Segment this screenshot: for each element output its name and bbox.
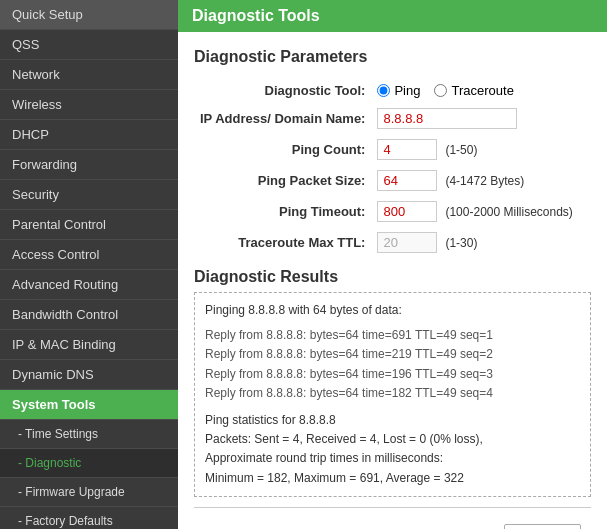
stat-line: Minimum = 182, Maximum = 691, Average = … (205, 469, 580, 488)
sidebar-item-firmware-upgrade[interactable]: - Firmware Upgrade (0, 478, 178, 507)
start-button[interactable]: Start (504, 524, 581, 529)
ping-count-row: Ping Count: (1-50) (194, 134, 591, 165)
ping-timeout-label: Ping Timeout: (194, 196, 371, 227)
ping-timeout-row: Ping Timeout: (100-2000 Milliseconds) (194, 196, 591, 227)
ping-radio[interactable] (377, 84, 390, 97)
sidebar-item-network[interactable]: Network (0, 60, 178, 90)
main-content: Diagnostic Tools Diagnostic Parameters D… (178, 0, 607, 529)
ping-count-hint: (1-50) (445, 143, 477, 157)
stat-line: Ping statistics for 8.8.8.8 (205, 411, 580, 430)
ping-packet-size-row: Ping Packet Size: (4-1472 Bytes) (194, 165, 591, 196)
sidebar-item-dhcp[interactable]: DHCP (0, 120, 178, 150)
divider (194, 507, 591, 508)
traceroute-ttl-hint: (1-30) (445, 236, 477, 250)
traceroute-ttl-row: Traceroute Max TTL: (1-30) (194, 227, 591, 258)
ping-radio-label[interactable]: Ping (377, 83, 420, 98)
ip-address-label: IP Address/ Domain Name: (194, 103, 371, 134)
sidebar-item-bandwidth-control[interactable]: Bandwidth Control (0, 300, 178, 330)
ping-count-input[interactable] (377, 139, 437, 160)
reply-line: Reply from 8.8.8.8: bytes=64 time=691 TT… (205, 326, 580, 345)
ping-label: Ping (394, 83, 420, 98)
sidebar-item-dynamic-dns[interactable]: Dynamic DNS (0, 360, 178, 390)
traceroute-ttl-cell: (1-30) (377, 232, 585, 253)
page-title: Diagnostic Tools (178, 0, 607, 32)
sidebar: Quick SetupQSSNetworkWirelessDHCPForward… (0, 0, 178, 529)
sidebar-item-ip-mac-binding[interactable]: IP & MAC Binding (0, 330, 178, 360)
ping-packet-size-label: Ping Packet Size: (194, 165, 371, 196)
ip-address-row: IP Address/ Domain Name: (194, 103, 591, 134)
sidebar-item-qss[interactable]: QSS (0, 30, 178, 60)
ping-packet-size-hint: (4-1472 Bytes) (445, 174, 524, 188)
replies-container: Reply from 8.8.8.8: bytes=64 time=691 TT… (205, 326, 580, 403)
ping-packet-size-input[interactable] (377, 170, 437, 191)
ping-timeout-hint: (100-2000 Milliseconds) (445, 205, 572, 219)
sidebar-item-quick-setup[interactable]: Quick Setup (0, 0, 178, 30)
stat-line: Approximate round trip times in millisec… (205, 449, 580, 468)
sidebar-item-diagnostic[interactable]: - Diagnostic (0, 449, 178, 478)
start-row: Start (194, 518, 591, 529)
stat-line: Packets: Sent = 4, Received = 4, Lost = … (205, 430, 580, 449)
reply-line: Reply from 8.8.8.8: bytes=64 time=196 TT… (205, 365, 580, 384)
params-table: Diagnostic Tool: Ping Traceroute (194, 78, 591, 258)
traceroute-ttl-input[interactable] (377, 232, 437, 253)
sidebar-item-parental-control[interactable]: Parental Control (0, 210, 178, 240)
sidebar-item-factory-defaults[interactable]: - Factory Defaults (0, 507, 178, 529)
sidebar-item-advanced-routing[interactable]: Advanced Routing (0, 270, 178, 300)
ping-timeout-input[interactable] (377, 201, 437, 222)
ping-packet-size-cell: (4-1472 Bytes) (377, 170, 585, 191)
results-section-title: Diagnostic Results (194, 268, 591, 286)
ping-count-label: Ping Count: (194, 134, 371, 165)
params-section-title: Diagnostic Parameters (194, 48, 591, 66)
sidebar-item-time-settings[interactable]: - Time Settings (0, 420, 178, 449)
sidebar-item-wireless[interactable]: Wireless (0, 90, 178, 120)
traceroute-radio[interactable] (434, 84, 447, 97)
traceroute-radio-label[interactable]: Traceroute (434, 83, 513, 98)
sidebar-item-forwarding[interactable]: Forwarding (0, 150, 178, 180)
ip-address-input[interactable] (377, 108, 517, 129)
sidebar-item-security[interactable]: Security (0, 180, 178, 210)
diagnostic-tool-label: Diagnostic Tool: (194, 78, 371, 103)
sidebar-item-access-control[interactable]: Access Control (0, 240, 178, 270)
pinging-line: Pinging 8.8.8.8 with 64 bytes of data: (205, 301, 580, 320)
results-box: Pinging 8.8.8.8 with 64 bytes of data: R… (194, 292, 591, 497)
ping-timeout-cell: (100-2000 Milliseconds) (377, 201, 585, 222)
sidebar-item-system-tools[interactable]: System Tools (0, 390, 178, 420)
reply-line: Reply from 8.8.8.8: bytes=64 time=219 TT… (205, 345, 580, 364)
diagnostic-tool-row: Diagnostic Tool: Ping Traceroute (194, 78, 591, 103)
traceroute-label: Traceroute (451, 83, 513, 98)
stats-container: Ping statistics for 8.8.8.8Packets: Sent… (205, 411, 580, 488)
traceroute-ttl-label: Traceroute Max TTL: (194, 227, 371, 258)
diagnostic-tool-options: Ping Traceroute (377, 83, 585, 98)
ping-count-cell: (1-50) (377, 139, 585, 160)
reply-line: Reply from 8.8.8.8: bytes=64 time=182 TT… (205, 384, 580, 403)
